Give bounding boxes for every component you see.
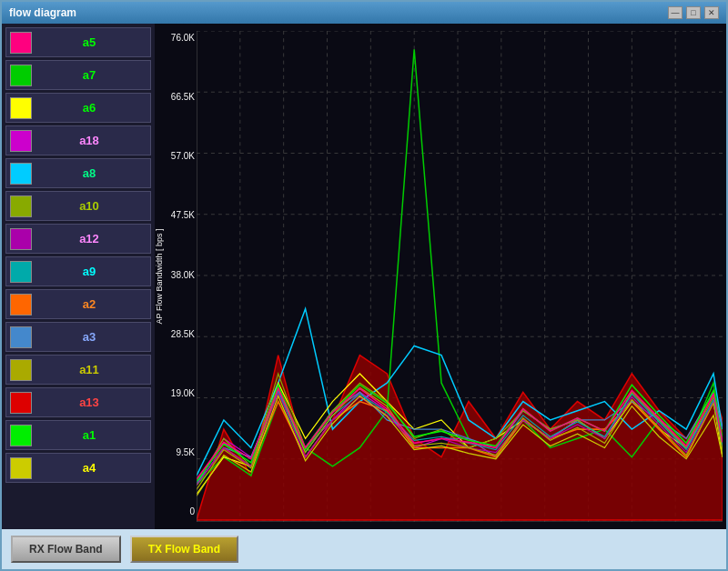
y-label-1: 66.5K <box>171 92 195 102</box>
main-content: a5a7a6a18a8a10a12a9a2a3a11a13a1a4 76.0K … <box>2 24 726 529</box>
window-title: flow diagram <box>9 6 76 19</box>
legend-item-a8[interactable]: a8 <box>5 158 151 188</box>
bottom-bar: RX Flow Band TX Flow Band <box>2 529 726 569</box>
minimize-button[interactable]: — <box>668 6 682 19</box>
legend-color-a1 <box>10 425 32 446</box>
main-window: flow diagram — □ ✕ a5a7a6a18a8a10a12a9a2… <box>0 0 728 571</box>
y-axis-title: AP Flow Bandwidth [ bps ] <box>155 229 164 325</box>
legend-label-a7: a7 <box>32 68 147 82</box>
legend-label-a2: a2 <box>32 297 147 311</box>
y-label-8: 0 <box>189 506 195 516</box>
legend-color-a12 <box>10 228 32 250</box>
tx-flow-band-button[interactable]: TX Flow Band <box>130 536 238 563</box>
legend-label-a1: a1 <box>32 428 147 442</box>
rx-flow-band-button[interactable]: RX Flow Band <box>11 536 121 563</box>
chart-area: 76.0K 66.5K 57.0K 47.5K 38.0K 28.5K 19.0… <box>155 24 726 529</box>
close-button[interactable]: ✕ <box>704 6 719 19</box>
legend-item-a10[interactable]: a10 <box>5 191 151 221</box>
chart-svg <box>197 31 723 522</box>
legend-label-a10: a10 <box>32 199 147 213</box>
legend-item-a5[interactable]: a5 <box>5 27 151 57</box>
legend-label-a18: a18 <box>32 134 147 147</box>
legend-label-a6: a6 <box>32 101 147 115</box>
y-label-7: 9.5K <box>176 447 195 457</box>
maximize-button[interactable]: □ <box>686 6 701 19</box>
legend-color-a7 <box>10 65 32 86</box>
legend-color-a9 <box>10 261 32 283</box>
legend-panel: a5a7a6a18a8a10a12a9a2a3a11a13a1a4 <box>2 24 155 529</box>
legend-color-a6 <box>10 97 32 119</box>
y-label-3: 47.5K <box>171 210 195 220</box>
y-label-0: 76.0K <box>171 33 195 43</box>
legend-label-a4: a4 <box>32 461 147 475</box>
legend-item-a1[interactable]: a1 <box>5 420 151 450</box>
legend-color-a10 <box>10 195 32 217</box>
legend-label-a3: a3 <box>32 330 147 344</box>
legend-color-a18 <box>10 130 32 152</box>
legend-color-a11 <box>10 359 32 381</box>
y-label-5: 28.5K <box>171 329 195 339</box>
legend-item-a2[interactable]: a2 <box>5 289 151 319</box>
legend-item-a13[interactable]: a13 <box>5 387 151 417</box>
y-label-6: 19.0K <box>171 388 195 398</box>
chart-plot <box>197 31 723 522</box>
title-bar: flow diagram — □ ✕ <box>2 2 726 24</box>
legend-item-a6[interactable]: a6 <box>5 93 151 123</box>
legend-item-a18[interactable]: a18 <box>5 125 151 155</box>
legend-label-a5: a5 <box>32 35 147 49</box>
legend-item-a11[interactable]: a11 <box>5 355 151 385</box>
legend-label-a9: a9 <box>32 265 147 278</box>
legend-color-a3 <box>10 326 32 348</box>
y-label-4: 38.0K <box>171 270 195 280</box>
legend-label-a8: a8 <box>32 166 147 180</box>
legend-label-a13: a13 <box>32 396 147 409</box>
legend-item-a3[interactable]: a3 <box>5 322 151 352</box>
window-controls: — □ ✕ <box>668 6 719 19</box>
legend-item-a7[interactable]: a7 <box>5 60 151 90</box>
y-label-2: 57.0K <box>171 151 195 161</box>
legend-color-a8 <box>10 163 32 185</box>
legend-item-a12[interactable]: a12 <box>5 224 151 254</box>
legend-item-a9[interactable]: a9 <box>5 256 151 286</box>
legend-color-a13 <box>10 392 32 414</box>
legend-color-a4 <box>10 457 32 479</box>
legend-item-a4[interactable]: a4 <box>5 453 151 483</box>
legend-color-a5 <box>10 32 32 54</box>
legend-label-a11: a11 <box>32 363 147 376</box>
legend-color-a2 <box>10 294 32 316</box>
legend-label-a12: a12 <box>32 232 147 245</box>
